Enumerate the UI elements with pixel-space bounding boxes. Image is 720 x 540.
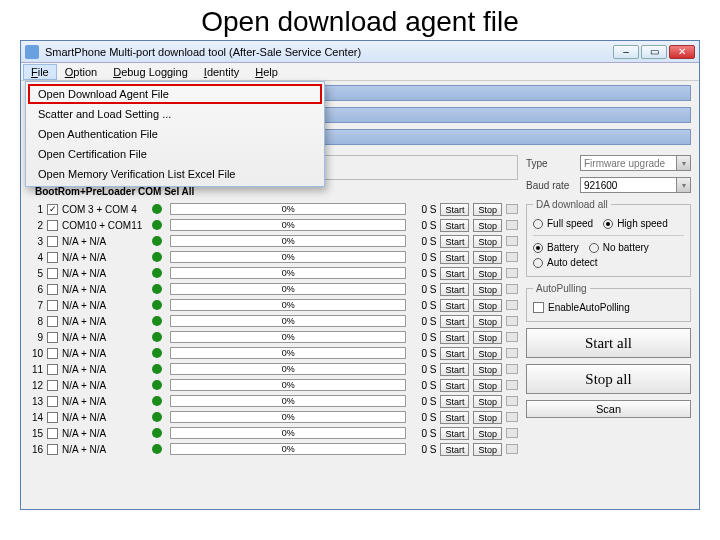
radio-full-speed[interactable] <box>533 219 543 229</box>
port-row: 16N/A + N/A0%0 SStartStop <box>29 441 518 457</box>
row-stop-button[interactable]: Stop <box>473 203 502 216</box>
row-stop-button[interactable]: Stop <box>473 427 502 440</box>
row-checkbox[interactable] <box>47 236 58 247</box>
menu-help[interactable]: Help <box>247 64 286 80</box>
row-stop-button[interactable]: Stop <box>473 443 502 456</box>
row-stop-button[interactable]: Stop <box>473 395 502 408</box>
row-checkbox[interactable] <box>47 444 58 455</box>
side-panel: Type Firmware upgrade▾ Baud rate 921600▾… <box>526 155 691 457</box>
menu-open-mem-verify[interactable]: Open Memory Verification List Excel File <box>28 164 322 184</box>
radio-battery[interactable] <box>533 243 543 253</box>
autopull-checkbox[interactable] <box>533 302 544 313</box>
type-select[interactable]: Firmware upgrade▾ <box>580 155 691 171</box>
com-label: N/A + N/A <box>62 316 148 327</box>
row-indicator <box>506 236 518 246</box>
row-checkbox[interactable] <box>47 284 58 295</box>
row-checkbox[interactable] <box>47 396 58 407</box>
row-number: 7 <box>29 300 43 311</box>
row-start-button[interactable]: Start <box>440 411 469 424</box>
autopulling-group: AutoPulling EnableAutoPolling <box>526 283 691 322</box>
baud-select[interactable]: 921600▾ <box>580 177 691 193</box>
row-checkbox[interactable] <box>47 204 58 215</box>
row-checkbox[interactable] <box>47 268 58 279</box>
port-row: 1COM 3 + COM 40%0 SStartStop <box>29 201 518 217</box>
row-number: 2 <box>29 220 43 231</box>
row-checkbox[interactable] <box>47 300 58 311</box>
radio-high-speed[interactable] <box>603 219 613 229</box>
row-stop-button[interactable]: Stop <box>473 315 502 328</box>
chevron-down-icon: ▾ <box>676 156 690 170</box>
stop-all-button[interactable]: Stop all <box>526 364 691 394</box>
minimize-button[interactable]: – <box>613 45 639 59</box>
row-start-button[interactable]: Start <box>440 235 469 248</box>
row-number: 11 <box>29 364 43 375</box>
com-label: COM 3 + COM 4 <box>62 204 148 215</box>
row-start-button[interactable]: Start <box>440 363 469 376</box>
menu-file[interactable]: File <box>23 64 57 80</box>
scan-button[interactable]: Scan <box>526 400 691 418</box>
row-start-button[interactable]: Start <box>440 427 469 440</box>
close-button[interactable]: ✕ <box>669 45 695 59</box>
row-start-button[interactable]: Start <box>440 267 469 280</box>
progress-bar: 0% <box>170 251 406 263</box>
row-checkbox[interactable] <box>47 412 58 423</box>
com-label: N/A + N/A <box>62 444 148 455</box>
row-start-button[interactable]: Start <box>440 331 469 344</box>
elapsed-seconds: 0 S <box>414 316 436 327</box>
row-start-button[interactable]: Start <box>440 315 469 328</box>
row-start-button[interactable]: Start <box>440 395 469 408</box>
port-row: 2COM10 + COM110%0 SStartStop <box>29 217 518 233</box>
port-row: 14N/A + N/A0%0 SStartStop <box>29 409 518 425</box>
row-number: 8 <box>29 316 43 327</box>
menu-scatter-load[interactable]: Scatter and Load Setting ... <box>28 104 322 124</box>
row-start-button[interactable]: Start <box>440 299 469 312</box>
menu-debug-logging[interactable]: Debug Logging <box>105 64 196 80</box>
baud-label: Baud rate <box>526 180 576 191</box>
row-start-button[interactable]: Start <box>440 251 469 264</box>
menu-open-cert[interactable]: Open Certification File <box>28 144 322 164</box>
row-start-button[interactable]: Start <box>440 443 469 456</box>
row-indicator <box>506 332 518 342</box>
row-checkbox[interactable] <box>47 380 58 391</box>
row-start-button[interactable]: Start <box>440 283 469 296</box>
row-start-button[interactable]: Start <box>440 347 469 360</box>
menu-open-auth[interactable]: Open Authentication File <box>28 124 322 144</box>
progress-bar: 0% <box>170 331 406 343</box>
autopull-label: EnableAutoPolling <box>548 302 630 313</box>
row-start-button[interactable]: Start <box>440 219 469 232</box>
row-stop-button[interactable]: Stop <box>473 379 502 392</box>
row-checkbox[interactable] <box>47 332 58 343</box>
row-stop-button[interactable]: Stop <box>473 219 502 232</box>
row-stop-button[interactable]: Stop <box>473 267 502 280</box>
row-start-button[interactable]: Start <box>440 203 469 216</box>
row-checkbox[interactable] <box>47 348 58 359</box>
row-start-button[interactable]: Start <box>440 379 469 392</box>
row-stop-button[interactable]: Stop <box>473 331 502 344</box>
maximize-button[interactable]: ▭ <box>641 45 667 59</box>
start-all-button[interactable]: Start all <box>526 328 691 358</box>
row-checkbox[interactable] <box>47 252 58 263</box>
menu-identity[interactable]: Identity <box>196 64 247 80</box>
row-checkbox[interactable] <box>47 220 58 231</box>
autopull-group-label: AutoPulling <box>533 283 590 294</box>
status-dot-icon <box>152 300 162 310</box>
row-checkbox[interactable] <box>47 316 58 327</box>
radio-auto-detect[interactable] <box>533 258 543 268</box>
row-stop-button[interactable]: Stop <box>473 347 502 360</box>
com-label: N/A + N/A <box>62 332 148 343</box>
row-stop-button[interactable]: Stop <box>473 235 502 248</box>
row-number: 5 <box>29 268 43 279</box>
radio-no-battery[interactable] <box>589 243 599 253</box>
port-row: 10N/A + N/A0%0 SStartStop <box>29 345 518 361</box>
row-stop-button[interactable]: Stop <box>473 411 502 424</box>
menu-open-download-agent[interactable]: Open Download Agent File <box>28 84 322 104</box>
row-stop-button[interactable]: Stop <box>473 363 502 376</box>
row-stop-button[interactable]: Stop <box>473 251 502 264</box>
row-stop-button[interactable]: Stop <box>473 283 502 296</box>
menu-option[interactable]: Option <box>57 64 105 80</box>
row-checkbox[interactable] <box>47 364 58 375</box>
row-checkbox[interactable] <box>47 428 58 439</box>
row-stop-button[interactable]: Stop <box>473 299 502 312</box>
com-label: N/A + N/A <box>62 236 148 247</box>
com-label: N/A + N/A <box>62 252 148 263</box>
